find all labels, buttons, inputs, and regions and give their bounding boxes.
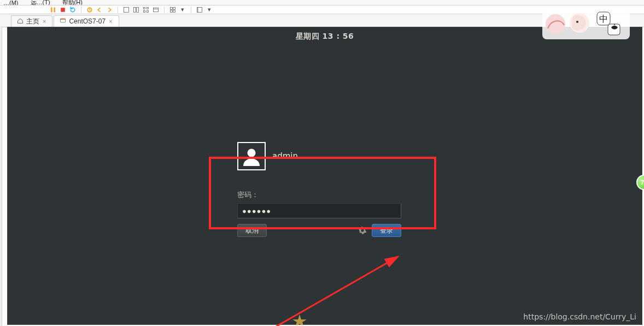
svg-rect-2 xyxy=(61,8,65,12)
chevron-down-icon[interactable]: ▾ xyxy=(179,6,186,14)
username-label: admin xyxy=(272,151,298,161)
suspend-icon[interactable] xyxy=(49,6,57,14)
password-input[interactable] xyxy=(237,203,401,218)
toolbar-separator xyxy=(81,7,81,13)
svg-rect-11 xyxy=(154,8,159,12)
svg-marker-22 xyxy=(292,315,307,325)
svg-point-20 xyxy=(248,149,256,157)
watermark-text: https://blog.csdn.net/Curry_Li xyxy=(523,312,636,321)
svg-rect-19 xyxy=(61,19,66,20)
svg-rect-0 xyxy=(51,7,52,12)
svg-rect-14 xyxy=(171,10,173,12)
svg-line-21 xyxy=(265,257,398,326)
annotation-arrow xyxy=(258,252,406,326)
poweroff-icon[interactable] xyxy=(59,6,67,14)
svg-rect-12 xyxy=(171,7,173,9)
tab-home[interactable]: 主页 × xyxy=(11,15,52,27)
fullscreen-icon[interactable] xyxy=(122,6,130,14)
svg-rect-13 xyxy=(173,7,175,9)
menu-fragment[interactable]: 远…(T) xyxy=(31,0,50,5)
svg-rect-7 xyxy=(144,7,145,9)
gear-icon[interactable] xyxy=(358,226,367,235)
svg-rect-8 xyxy=(147,7,149,9)
cancel-button[interactable]: 取消 xyxy=(237,224,267,237)
menu-fragment[interactable]: 帮助(H) xyxy=(62,0,83,5)
svg-rect-15 xyxy=(173,10,175,12)
star-icon xyxy=(292,315,307,326)
tab-close-icon[interactable]: × xyxy=(42,18,46,25)
overlay-avatar: 中 xyxy=(542,9,630,39)
svg-point-26 xyxy=(576,21,578,23)
toolbar-separator xyxy=(191,7,191,13)
tab-label: CentOS7-07 xyxy=(69,17,106,25)
toolbar-separator xyxy=(164,7,165,13)
badge-70-text: 70 xyxy=(641,179,644,186)
tile-icon[interactable] xyxy=(169,6,177,14)
home-icon xyxy=(17,17,24,25)
ime-indicator-text: 中 xyxy=(599,14,608,23)
clock-text: 星期四 13 : 56 xyxy=(296,32,354,42)
tab-vm-centos7-07[interactable]: CentOS7-07 × xyxy=(54,15,119,27)
menu-fragment[interactable]: …(M) xyxy=(3,0,19,5)
avatar-icon xyxy=(237,142,266,170)
svg-rect-28 xyxy=(608,24,620,35)
svg-rect-5 xyxy=(134,7,136,12)
vm-icon xyxy=(60,17,66,26)
forward-icon[interactable] xyxy=(106,6,113,14)
chevron-down-icon[interactable]: ▾ xyxy=(206,6,213,14)
login-button[interactable]: 登录 xyxy=(372,224,401,237)
user-row: admin xyxy=(237,142,412,170)
tab-label: 主页 xyxy=(26,17,39,26)
revert-icon[interactable] xyxy=(96,6,103,14)
login-form: admin 密码： 取消 登录 xyxy=(237,142,412,218)
unity-icon[interactable] xyxy=(132,6,140,14)
button-row: 取消 登录 xyxy=(237,224,401,237)
host-menubar: …(M) 远…(T) 帮助(H) xyxy=(0,0,644,5)
password-label: 密码： xyxy=(237,190,412,200)
svg-rect-9 xyxy=(144,10,145,12)
guest-display: 星期四 13 : 56 admin 密码： 取消 登录 xyxy=(8,27,642,324)
svg-rect-4 xyxy=(124,7,129,12)
svg-rect-6 xyxy=(137,7,139,12)
svg-rect-1 xyxy=(54,7,55,12)
snapshot-icon[interactable] xyxy=(86,6,93,14)
svg-point-24 xyxy=(546,14,565,34)
tab-close-icon[interactable]: × xyxy=(108,18,113,25)
sidebar-toggle-icon[interactable] xyxy=(196,6,203,14)
restart-icon[interactable] xyxy=(69,6,77,14)
svg-rect-10 xyxy=(147,10,149,12)
sidebar-strip xyxy=(0,26,2,326)
library-icon[interactable] xyxy=(152,6,160,14)
toolbar-separator xyxy=(118,7,118,13)
view-icon[interactable] xyxy=(142,6,150,14)
